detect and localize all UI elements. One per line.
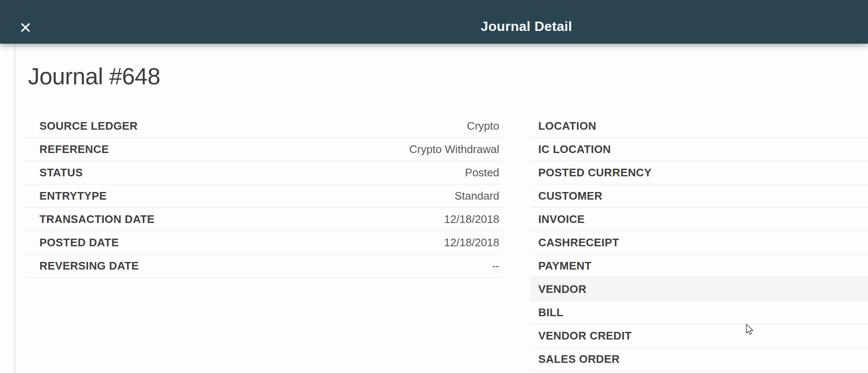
- field-label: TRANSACTION DATE: [39, 213, 155, 226]
- field-row: BILL: [530, 301, 868, 324]
- field-row: POSTED DATE12/18/2018: [25, 231, 503, 254]
- field-value: Crypto: [467, 120, 499, 133]
- field-row: PAYMENT: [530, 254, 868, 278]
- field-label: ENTRYTYPE: [39, 189, 107, 203]
- field-row: VENDOR CREDIT: [530, 324, 868, 348]
- field-label: SOURCE LEDGER: [39, 120, 138, 133]
- field-value: 12/18/2018: [444, 236, 499, 249]
- field-label: REVERSING DATE: [39, 259, 139, 273]
- field-row: VENDOR: [530, 278, 868, 301]
- field-label: VENDOR: [538, 283, 587, 296]
- field-row: SALES ORDER: [530, 348, 868, 371]
- field-label: IC LOCATION: [538, 143, 611, 156]
- field-label: CASHRECEIPT: [538, 236, 619, 249]
- field-row: STATUSPosted: [25, 161, 503, 184]
- field-row: SOURCE LEDGERCrypto: [25, 114, 503, 138]
- field-value: Posted: [465, 166, 499, 179]
- modal-title: Journal Detail: [442, 19, 611, 34]
- field-row: LOCATION: [530, 114, 868, 138]
- field-row: IC LOCATION: [530, 138, 868, 161]
- field-value: 12/18/2018: [444, 213, 499, 226]
- journal-fields-right: LOCATIONIC LOCATIONPOSTED CURRENCYCUSTOM…: [530, 114, 868, 371]
- close-button[interactable]: ✕: [16, 19, 35, 37]
- field-row: INVOICE: [530, 208, 868, 231]
- field-label: LOCATION: [538, 120, 596, 133]
- page-title: Journal #648: [28, 63, 160, 90]
- field-label: INVOICE: [538, 213, 585, 226]
- field-label: SALES ORDER: [538, 353, 620, 366]
- field-value: Standard: [454, 189, 499, 203]
- field-label: BILL: [538, 306, 563, 319]
- field-label: REFERENCE: [39, 143, 109, 156]
- field-row: POSTED CURRENCY: [530, 161, 868, 184]
- journal-fields-left: SOURCE LEDGERCryptoREFERENCECrypto Withd…: [25, 114, 503, 278]
- field-label: POSTED CURRENCY: [538, 166, 651, 179]
- field-label: VENDOR CREDIT: [538, 329, 632, 342]
- field-value: Crypto Withdrawal: [409, 143, 499, 156]
- field-label: POSTED DATE: [39, 236, 119, 249]
- field-row: ENTRYTYPEStandard: [25, 184, 503, 208]
- field-label: STATUS: [39, 166, 83, 179]
- field-label: CUSTOMER: [538, 189, 603, 203]
- field-row: REVERSING DATE--: [25, 254, 503, 278]
- field-row: CASHRECEIPT: [530, 231, 868, 254]
- close-icon: ✕: [19, 19, 32, 36]
- field-label: PAYMENT: [538, 259, 592, 273]
- field-value: --: [492, 259, 499, 273]
- field-row: TRANSACTION DATE12/18/2018: [25, 208, 503, 231]
- page-edge-line: [14, 44, 16, 373]
- field-row: CUSTOMER: [530, 184, 868, 208]
- modal-header: ✕ Journal Detail: [0, 0, 868, 44]
- field-row: REFERENCECrypto Withdrawal: [25, 138, 503, 161]
